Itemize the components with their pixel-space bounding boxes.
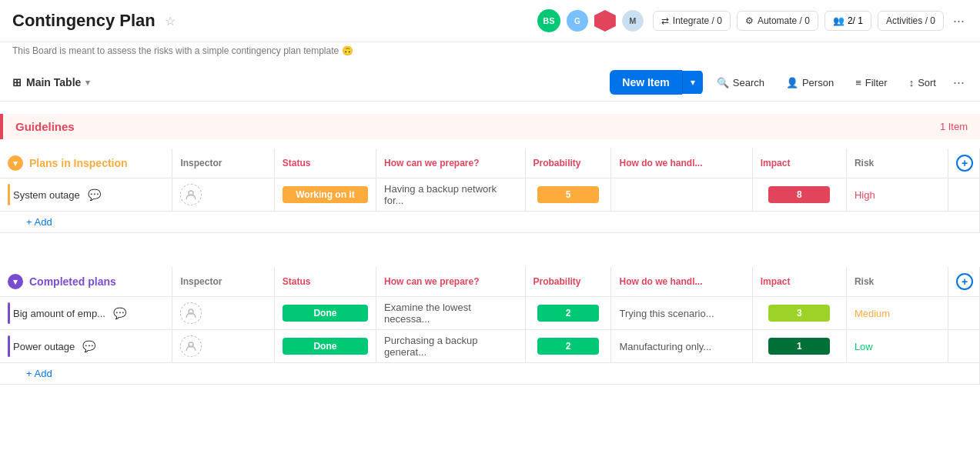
group-collapse-icon[interactable]: ▾	[8, 155, 23, 171]
filter-button[interactable]: ≡ Filter	[848, 72, 895, 93]
inspector-avatar	[180, 302, 202, 324]
table-header-row: ▾ Plans in Inspection Inspector Status H…	[0, 148, 980, 178]
probability-badge: 5	[537, 186, 599, 203]
main-table-label: Main Table	[26, 76, 81, 88]
col-header-add-2: +	[948, 267, 980, 297]
handle-cell: Trying this scenario...	[611, 297, 752, 330]
how-text: Purchasing a backup generat...	[384, 335, 477, 358]
sort-button[interactable]: ↕ Sort	[901, 72, 944, 93]
add-row-label-2: + Add	[8, 368, 972, 379]
row-extra	[948, 297, 980, 330]
guidelines-title: Guidelines	[15, 120, 75, 133]
automate-button[interactable]: ⚙ Automate / 0	[737, 11, 818, 31]
add-row-2[interactable]: + Add	[0, 363, 980, 385]
impact-badge: 3	[768, 305, 830, 322]
completed-plans-table: ▾ Completed plans Inspector Status How c…	[0, 267, 980, 385]
col-header-inspector: Inspector	[172, 148, 274, 178]
handle-text: Manufacturing only...	[619, 341, 711, 352]
col-header-probability-2: Probability	[525, 267, 611, 297]
add-row-cell[interactable]: + Add	[0, 212, 980, 233]
probability-cell: 2	[525, 330, 611, 363]
col-header-inspector-2: Inspector	[172, 267, 274, 297]
how-cell: Purchasing a backup generat...	[376, 330, 525, 363]
plans-in-inspection-table: ▾ Plans in Inspection Inspector Status H…	[0, 148, 980, 233]
persons-button[interactable]: 👥 2/ 1	[824, 11, 871, 31]
status-cell[interactable]: Done	[274, 330, 376, 363]
impact-badge: 1	[768, 338, 830, 355]
inspector-avatar	[180, 335, 202, 357]
col-header-impact-2: Impact	[752, 267, 846, 297]
col-header-how-2: How can we prepare?	[376, 267, 525, 297]
handle-cell	[611, 178, 752, 212]
col-header-item: ▾ Plans in Inspection	[0, 148, 172, 178]
item-color-bar	[8, 302, 10, 324]
guidelines-section: Guidelines 1 Item	[0, 114, 980, 139]
person-filter-button[interactable]: 👤 Person	[778, 72, 841, 93]
impact-badge: 8	[768, 186, 830, 203]
integrate-button[interactable]: ⇄ Integrate / 0	[653, 11, 731, 31]
comment-icon[interactable]: 💬	[82, 340, 95, 352]
star-icon[interactable]: ☆	[165, 14, 176, 28]
toolbar-more-button[interactable]: ···	[950, 75, 968, 91]
item-cell: System outage 💬	[0, 178, 172, 212]
automate-label: Automate / 0	[758, 15, 810, 26]
group-completed-plans: ▾ Completed plans Inspector Status How c…	[0, 258, 980, 385]
item-name: Power outage	[13, 341, 75, 352]
status-cell[interactable]: Done	[274, 297, 376, 330]
comment-icon[interactable]: 💬	[88, 188, 101, 201]
risk-text: High	[855, 189, 875, 201]
item-name: Big amount of emp...	[13, 308, 105, 319]
risk-text: Low	[855, 341, 873, 352]
table-row: System outage 💬 Working on it	[0, 178, 980, 212]
add-row[interactable]: + Add	[0, 212, 980, 233]
board-title: Contingency Plan	[12, 11, 156, 31]
search-icon: 🔍	[717, 77, 729, 88]
col-header-item-2: ▾ Completed plans	[0, 267, 172, 297]
add-row-cell-2[interactable]: + Add	[0, 363, 980, 385]
inspector-avatar	[180, 184, 202, 205]
persons-icon: 👥	[833, 15, 845, 26]
header-more-button[interactable]: ···	[950, 13, 968, 29]
col-header-how: How can we prepare?	[376, 148, 525, 178]
status-cell[interactable]: Working on it	[274, 178, 376, 212]
comment-icon[interactable]: 💬	[113, 307, 126, 319]
toolbar: ⊞ Main Table ▾ New Item ▾ 🔍 Search 👤 Per…	[0, 64, 980, 102]
inspector-cell[interactable]	[172, 330, 274, 363]
table-header-row: ▾ Completed plans Inspector Status How c…	[0, 267, 980, 297]
col-header-risk: Risk	[846, 148, 948, 178]
item-cell-1: Big amount of emp... 💬	[0, 297, 172, 330]
avatar-group: BS G M	[537, 9, 644, 32]
table-icon: ⊞	[12, 76, 22, 88]
new-item-dropdown-button[interactable]: ▾	[682, 71, 703, 94]
col-header-risk-2: Risk	[846, 267, 948, 297]
how-cell: Having a backup network for...	[376, 178, 525, 212]
risk-text: Medium	[855, 308, 890, 319]
how-cell: Examine the lowest necessa...	[376, 297, 525, 330]
new-item-main-button[interactable]: New Item	[610, 70, 681, 95]
main-table-button[interactable]: ⊞ Main Table ▾	[12, 76, 90, 88]
automate-icon: ⚙	[745, 15, 754, 26]
risk-cell: High	[846, 178, 948, 212]
status-badge: Working on it	[283, 186, 368, 203]
person-label: Person	[802, 77, 834, 88]
inspector-cell[interactable]	[172, 297, 274, 330]
inspector-cell[interactable]	[172, 178, 274, 212]
table-row: Power outage 💬 Done	[0, 330, 980, 363]
item-color-bar	[8, 184, 10, 205]
group-collapse-icon-2[interactable]: ▾	[8, 274, 23, 289]
col-header-status-2: Status	[274, 267, 376, 297]
group-title-plans: Plans in Inspection	[29, 157, 128, 169]
table-row: Big amount of emp... 💬 Done	[0, 297, 980, 330]
how-text: Having a backup network for...	[384, 183, 497, 206]
probability-cell: 2	[525, 297, 611, 330]
add-column-button-2[interactable]: +	[956, 273, 973, 290]
activities-button[interactable]: Activities / 0	[878, 11, 944, 31]
status-badge: Done	[283, 338, 368, 355]
group-plans-in-inspection: ▾ Plans in Inspection Inspector Status H…	[0, 139, 980, 233]
search-button[interactable]: 🔍 Search	[709, 72, 772, 93]
impact-cell: 8	[752, 178, 846, 212]
add-column-button[interactable]: +	[956, 155, 973, 172]
how-text: Examine the lowest necessa...	[384, 302, 471, 325]
risk-cell: Low	[846, 330, 948, 363]
item-color-bar	[8, 335, 10, 357]
